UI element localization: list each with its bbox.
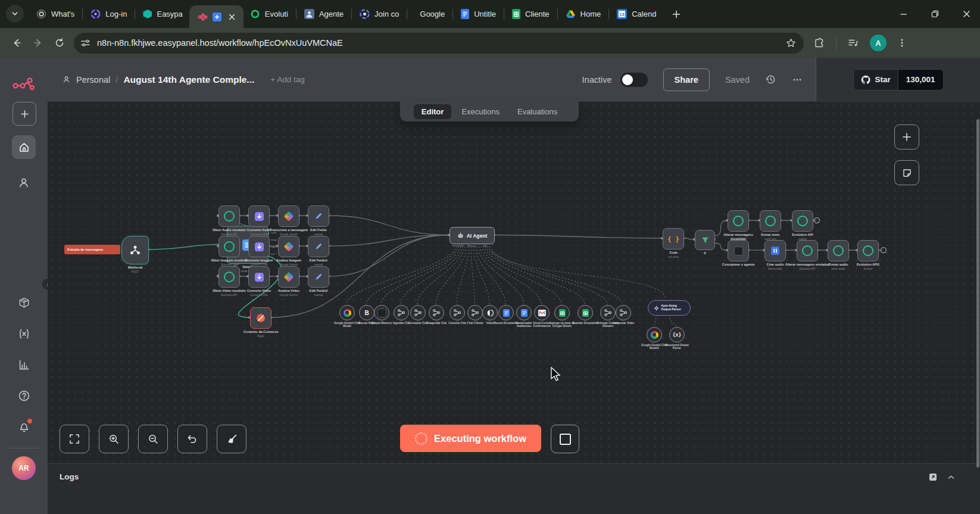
browser-toolbar: n8n-n8n.fkhjwe.easypanel.host/workflow/h… (0, 28, 980, 58)
execute-label: Executing workflow (434, 433, 526, 444)
browser-tab-home[interactable]: Home (559, 0, 608, 28)
sidebar-item-personal[interactable] (15, 175, 32, 191)
tab-editor[interactable]: Editor (414, 104, 452, 119)
executing-workflow-button[interactable]: Executing workflow (400, 425, 541, 452)
tab-separator (608, 9, 609, 19)
agente-tab-icon (304, 9, 314, 19)
stop-icon (560, 434, 571, 445)
browser-menu-button[interactable] (897, 38, 907, 48)
page-scrollbar[interactable] (976, 119, 979, 468)
google-calendar-tab-icon: 15 (617, 9, 627, 19)
toggle-knob (622, 74, 633, 85)
forward-button[interactable] (27, 32, 49, 54)
user-icon (20, 183, 27, 187)
google-sheets-tab-icon (512, 9, 520, 19)
logs-panel[interactable]: Logs (48, 463, 980, 514)
add-tag-button[interactable]: + Add tag (270, 75, 304, 84)
bookmark-star-button[interactable] (785, 38, 797, 49)
project-user-icon (62, 75, 71, 84)
tab-title: Cliente (525, 10, 549, 18)
zoom-to-fit-button[interactable] (60, 425, 89, 453)
tab-title: Google (420, 10, 445, 18)
window-controls (900, 0, 970, 28)
tab-search-chevron-button[interactable] (6, 5, 24, 23)
stop-execution-button[interactable] (551, 425, 579, 453)
browser-tab-what-s[interactable]: What's (30, 0, 81, 28)
browser-tab-log-in[interactable]: Log-in (84, 0, 133, 28)
browser-tab-evoluti[interactable]: Evoluti (244, 0, 295, 28)
tidy-up-button[interactable] (217, 425, 246, 453)
sidebar-divider (7, 448, 40, 448)
workflow-canvas[interactable] (48, 102, 980, 463)
add-node-button[interactable] (894, 124, 919, 149)
browser-tab-cliente[interactable]: Cliente (505, 0, 555, 28)
active-status-label: Inactive (582, 75, 612, 85)
add-sticky-note-button[interactable] (894, 160, 919, 185)
sidebar-item-variables[interactable] (15, 325, 32, 342)
github-star-count: 130,001 (898, 70, 943, 90)
browser-tab-agente[interactable]: Agente (298, 0, 350, 28)
reload-button[interactable] (49, 32, 70, 54)
tab-title: What's (51, 10, 74, 18)
browser-profile-avatar[interactable]: A (870, 35, 887, 51)
bell-icon (20, 423, 27, 431)
breadcrumb-project[interactable]: Personal (76, 75, 110, 85)
tab-evaluations[interactable]: Evaluations (510, 104, 565, 119)
breadcrumb-separator: / (116, 74, 118, 85)
undo-button[interactable] (177, 425, 207, 453)
toolbar-right: A (813, 35, 907, 51)
browser-tab-easypa[interactable]: Easypa (136, 0, 189, 28)
window-restore-button[interactable] (931, 10, 939, 18)
window-close-button[interactable] (963, 10, 970, 18)
sidebar-item-help[interactable] (15, 387, 32, 404)
github-star-widget[interactable]: Star 130,001 (853, 69, 943, 91)
puzzle-icon (816, 39, 823, 47)
extensions-button[interactable] (813, 37, 825, 49)
browser-tab-join-co[interactable]: Join co (353, 0, 405, 28)
tab-title: Easypa (157, 10, 182, 18)
github-star-zone: Star 130,001 (816, 58, 980, 102)
evolution-tab-icon (250, 9, 260, 19)
zoom-out-button[interactable] (138, 425, 168, 453)
site-info-icon[interactable] (80, 38, 91, 49)
add-workflow-button[interactable] (13, 102, 36, 126)
workflow-title[interactable]: August 14th Agente Comple... (123, 74, 254, 85)
star-icon (787, 39, 795, 46)
browser-tab-calend[interactable]: 15Calend (610, 0, 663, 28)
logs-open-popout-button[interactable] (928, 472, 938, 482)
window-minimize-button[interactable] (900, 10, 907, 18)
breadcrumb: Personal / August 14th Agente Comple... … (62, 74, 305, 85)
tab-executions[interactable]: Executions (454, 104, 507, 119)
url-text[interactable]: n8n-n8n.fkhjwe.easypanel.host/workflow/h… (97, 38, 343, 48)
workflow-menu-button[interactable] (792, 74, 803, 85)
share-button[interactable]: Share (663, 68, 710, 91)
sidebar-item-insights[interactable] (15, 356, 32, 373)
sidebar-item-templates[interactable] (15, 294, 32, 311)
tab-separator (351, 9, 352, 19)
easypanel-tab-icon (143, 10, 152, 18)
tab-title: Join co (374, 10, 399, 18)
n8n-sidebar: AR (0, 58, 48, 514)
workflow-history-button[interactable] (765, 74, 776, 85)
logs-collapse-button[interactable] (947, 473, 955, 481)
user-avatar[interactable]: AR (12, 456, 36, 480)
activate-toggle[interactable] (620, 73, 648, 87)
reading-list-button[interactable] (847, 37, 859, 49)
browser-tab-n8n-workflow[interactable] (189, 5, 244, 28)
tab-secondary-icon (213, 13, 221, 21)
browser-tab-untitle[interactable]: Untitle (454, 0, 503, 28)
address-bar[interactable]: n8n-n8n.fkhjwe.easypanel.host/workflow/h… (74, 33, 804, 54)
forward-icon (35, 40, 40, 46)
tab-title: Untitle (474, 10, 496, 18)
tab-close-button[interactable] (229, 14, 235, 20)
logs-title: Logs (60, 472, 79, 481)
github-star-label: Star (875, 75, 890, 84)
n8n-logo (12, 73, 36, 94)
back-button[interactable] (6, 32, 27, 54)
zoom-in-button[interactable] (99, 425, 129, 453)
kebab-menu-icon (901, 45, 903, 47)
browser-tab-google[interactable]: Google (408, 0, 451, 28)
playlist-icon (857, 41, 858, 45)
sidebar-item-overview[interactable] (12, 135, 36, 159)
new-tab-button[interactable] (667, 5, 685, 23)
